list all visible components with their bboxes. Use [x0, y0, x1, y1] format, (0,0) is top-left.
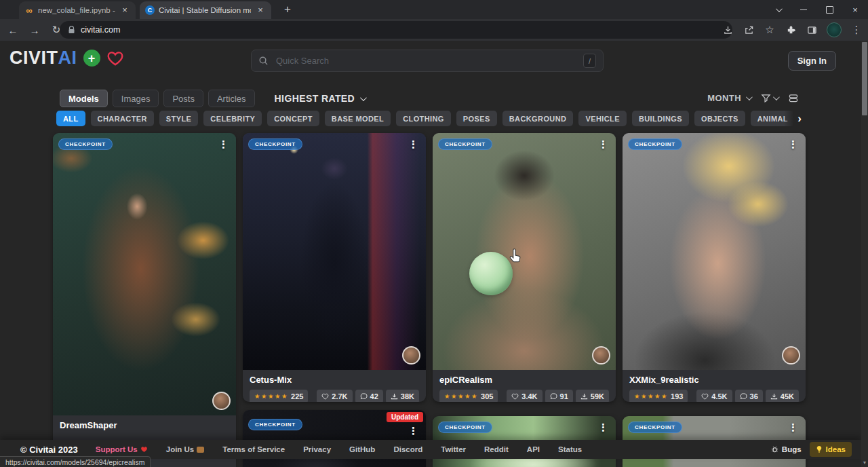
profile-avatar[interactable] [827, 22, 842, 37]
model-card-xxmix9realistic[interactable]: CHECKPOINT ⋮ XXMix_9realistic ★★★★★193 4… [623, 133, 806, 402]
favorites-heart-icon[interactable] [106, 50, 124, 67]
window-close-button[interactable]: × [842, 0, 868, 19]
chip-base-model[interactable]: BASE MODEL [325, 111, 391, 126]
creator-avatar[interactable] [592, 346, 610, 365]
tab-articles[interactable]: Articles [208, 90, 255, 107]
status-url-text: https://civitai.com/models/25694/epicrea… [5, 458, 144, 466]
likes-count: 2.7K [332, 392, 347, 400]
chip-character[interactable]: CHARACTER [91, 111, 154, 126]
link-label: Terms of Service [222, 445, 285, 453]
chip-poses[interactable]: POSES [456, 111, 497, 126]
ideas-button[interactable]: Ideas [810, 442, 852, 457]
bookmark-star-icon[interactable]: ☆ [764, 24, 776, 36]
chips-scroll-right-icon[interactable]: › [784, 111, 802, 126]
footer-link-reddit[interactable]: Reddit [484, 445, 509, 453]
download-icon[interactable] [722, 24, 734, 36]
url-text: civitai.com [81, 25, 120, 35]
model-card-cetus-mix[interactable]: CHECKPOINT ⋮ Cetus-Mix ★★★★★225 2.7K 42 … [243, 133, 426, 402]
tab-images[interactable]: Images [113, 90, 159, 107]
creator-avatar[interactable] [212, 392, 231, 410]
creator-avatar[interactable] [782, 346, 800, 365]
chip-celebrity[interactable]: CELEBRITY [203, 111, 262, 126]
tab-posts[interactable]: Posts [163, 90, 203, 107]
chip-background[interactable]: BACKGROUND [502, 111, 574, 126]
share-icon[interactable] [743, 24, 755, 36]
card-menu-icon[interactable]: ⋮ [595, 137, 612, 152]
card-menu-icon[interactable]: ⋮ [215, 137, 232, 152]
search-shortcut-badge: / [583, 54, 596, 68]
downloads-count: 45K [781, 392, 794, 400]
browser-menu-icon[interactable]: ⋮ [850, 24, 863, 36]
creator-avatar[interactable] [402, 346, 420, 365]
new-tab-button[interactable]: + [279, 2, 296, 18]
footer-link-privacy[interactable]: Privacy [303, 445, 331, 453]
sign-in-button[interactable]: Sign In [788, 51, 836, 71]
downloads-pill: 45K [766, 390, 799, 402]
bubble-gum-shape [469, 252, 513, 295]
footer-link-support-us[interactable]: Support Us [96, 445, 148, 453]
sort-dropdown[interactable]: HIGHEST RATED [275, 93, 366, 104]
footer-link-github[interactable]: GitHub [349, 445, 375, 453]
tab-close-icon[interactable]: × [255, 5, 266, 16]
chip-objects[interactable]: OBJECTS [694, 111, 745, 126]
chip-concept[interactable]: CONCEPT [267, 111, 319, 126]
chip-style[interactable]: STYLE [159, 111, 198, 126]
bug-icon [771, 446, 778, 453]
create-plus-button[interactable]: + [83, 50, 100, 67]
card-menu-icon[interactable]: ⋮ [785, 137, 802, 152]
civitai-favicon-icon: C [145, 5, 155, 15]
footer-link-terms[interactable]: Terms of Service [222, 445, 285, 453]
side-panel-icon[interactable] [806, 24, 818, 36]
forward-button[interactable]: → [26, 21, 43, 39]
card-menu-icon[interactable]: ⋮ [595, 420, 612, 435]
address-bar[interactable]: civitai.com [60, 21, 732, 39]
rows-layout-icon [788, 93, 799, 103]
period-dropdown[interactable]: MONTH [707, 93, 751, 103]
search-input[interactable] [275, 55, 577, 67]
rating-pill: ★★★★★225 [250, 390, 308, 402]
chip-vehicle[interactable]: VEHICLE [578, 111, 626, 126]
star-rating-icons: ★★★★★ [254, 393, 288, 400]
civitai-logo[interactable]: CIVITAI [9, 49, 77, 67]
bugs-button[interactable]: Bugs [771, 445, 802, 453]
rating-pill: ★★★★★193 [629, 390, 688, 402]
model-preview-image: CHECKPOINT ⋮ [433, 133, 616, 370]
extension-puzzle-icon[interactable] [785, 24, 797, 36]
tab-models[interactable]: Models [60, 90, 108, 107]
model-stats: ★★★★★225 2.7K 42 38K [250, 390, 419, 402]
comments-count: 91 [560, 392, 568, 400]
tab-colab[interactable]: ∞ new_colab_file.ipynb - Colaborat × [19, 1, 136, 19]
quick-search-box[interactable]: / [251, 50, 604, 72]
likes-count: 3.4K [521, 392, 537, 400]
model-preview-image: CHECKPOINT ⋮ [623, 133, 806, 370]
chip-clothing[interactable]: CLOTHING [396, 111, 451, 126]
layout-toggle-button[interactable] [788, 93, 799, 103]
model-card-dreamshaper[interactable]: CHECKPOINT ⋮ DreamShaper [53, 133, 236, 467]
tab-civitai[interactable]: C Civitai | Stable Diffusion models × [140, 1, 271, 19]
card-menu-icon[interactable]: ⋮ [405, 424, 422, 438]
footer-link-api[interactable]: API [527, 445, 540, 453]
minimize-button[interactable] [791, 0, 816, 19]
maximize-button[interactable] [816, 0, 842, 19]
chip-all[interactable]: ALL [56, 111, 85, 126]
scrollbar-down-arrow-icon[interactable]: ▾ [861, 458, 868, 467]
scrollbar-thumb[interactable] [862, 42, 867, 115]
checkpoint-badge: CHECKPOINT [248, 419, 302, 430]
card-menu-icon[interactable]: ⋮ [405, 137, 422, 152]
page-scrollbar[interactable]: ▾ [861, 41, 868, 467]
link-label: Twitter [441, 445, 466, 453]
model-card-epicrealism[interactable]: CHECKPOINT ⋮ epiCRealism ★★★★★305 3.4K 9… [433, 133, 616, 402]
tab-search-chevron-icon[interactable] [765, 0, 791, 19]
content-type-tabs: Models Images Posts Articles HIGHEST RAT… [60, 90, 365, 107]
filter-button[interactable] [761, 93, 778, 103]
card-menu-icon[interactable]: ⋮ [785, 420, 802, 435]
footer-link-status[interactable]: Status [558, 445, 582, 453]
footer-link-join-us[interactable]: Join Us [166, 445, 205, 453]
comments-pill: 42 [355, 390, 383, 402]
tab-close-icon[interactable]: × [119, 5, 130, 16]
footer-link-twitter[interactable]: Twitter [441, 445, 466, 453]
chip-buildings[interactable]: BUILDINGS [632, 111, 689, 126]
model-title: epiCRealism [439, 375, 609, 385]
back-button[interactable]: ← [4, 21, 22, 39]
footer-link-discord[interactable]: Discord [393, 445, 422, 453]
